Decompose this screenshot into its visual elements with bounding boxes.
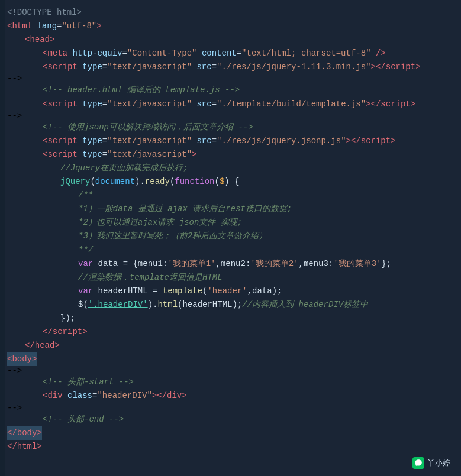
line-16: *3）我们这里暂时写死；（前2种后面文章做介绍）	[7, 229, 461, 243]
line-19: //渲染数据，template返回值是HTML	[7, 271, 461, 284]
line-17: **/	[7, 244, 461, 257]
line-3: <head>	[7, 33, 461, 47]
line-14: *1）一般data 是通过 ajax 请求后台rest接口的数据;	[7, 202, 461, 216]
line-26: <!-- 头部-start -->	[7, 375, 461, 389]
line-9: <script type="text/javascript" src="./re…	[7, 134, 461, 148]
code-lines: <!DOCTYPE html> <html lang="utf-8"> <hea…	[7, 6, 461, 454]
line-13: /**	[7, 189, 461, 202]
line-15: *2）也可以通过ajax请求 json文件 实现;	[7, 216, 461, 229]
line-6: <!-- header.html 编译后的 template.js -->	[7, 83, 461, 97]
line-2: <html lang="utf-8">	[7, 20, 461, 33]
line-5: <script type="text/javascript" src="./re…	[7, 60, 461, 74]
line-4: <meta http-equiv="Content-Type" content=…	[7, 47, 461, 60]
watermark-text: 丫小婷	[427, 458, 450, 468]
line-24: </head>	[7, 339, 461, 352]
line-30: </html>	[7, 440, 461, 454]
line-12: jQuery(document).ready(function($) {	[7, 175, 461, 189]
line-25: <body>	[7, 352, 461, 366]
line-8: <!-- 使用jsonp可以解决跨域访问，后面文章介绍 -->	[7, 121, 461, 134]
line-28: <!-- 头部-end -->	[7, 413, 461, 426]
left-gutter	[0, 0, 5, 476]
code-editor: <!DOCTYPE html> <html lang="utf-8"> <hea…	[0, 0, 461, 476]
line-10: <script type="text/javascript">	[7, 148, 461, 161]
line-18: var data = {menu1:'我的菜单1',menu2:'我的菜单2',…	[7, 257, 461, 271]
wechat-icon	[412, 457, 424, 469]
line-29: </body>	[7, 426, 461, 440]
watermark: 丫小婷	[412, 457, 450, 469]
body-close-tag: </body>	[7, 426, 42, 440]
line-23: </script>	[7, 325, 461, 339]
doctype: <!DOCTYPE html>	[7, 6, 82, 20]
jquery-selector: '.headerDIV'	[88, 298, 148, 312]
line-11: //Jquery在页面加载完成后执行;	[7, 161, 461, 175]
line-27: <div class="headerDIV"></div>	[7, 389, 461, 403]
line-20: var headerHTML = template('header',data)…	[7, 284, 461, 298]
line-22: });	[7, 312, 461, 325]
line-7: <script type="text/javascript" src="./te…	[7, 98, 461, 111]
line-21: $('.headerDIV').html(headerHTML);//内容插入到…	[7, 298, 461, 312]
body-open-tag: <body>	[7, 352, 37, 366]
line-1: <!DOCTYPE html>	[7, 6, 461, 20]
